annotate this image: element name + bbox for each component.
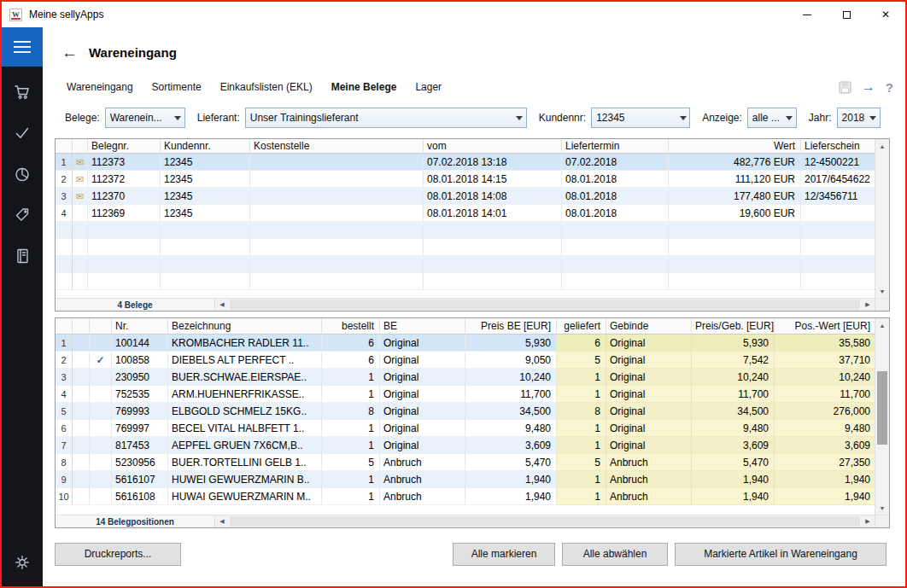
cell: 1 — [322, 369, 380, 386]
cell: 07.02.2018 13:18 — [424, 154, 562, 171]
scrollbar-thumb[interactable] — [230, 300, 860, 310]
sidebar-item-settings[interactable] — [2, 542, 43, 583]
column-header[interactable]: Lieferschein — [801, 139, 875, 154]
sidebar-item-reports[interactable] — [2, 154, 43, 195]
column-header[interactable]: BE — [380, 318, 465, 335]
mark-cell — [90, 369, 112, 386]
minimize-button[interactable] — [787, 2, 827, 27]
tab-sortimente[interactable]: Sortimente — [152, 81, 202, 93]
cell: 5 — [322, 454, 380, 471]
table-row[interactable]: 41123691234508.01.2018 14:0108.01.201819… — [56, 205, 875, 222]
table-row[interactable]: 85230956BUER.TORTELLINI GELB 1..5Anbruch… — [56, 454, 875, 471]
column-header[interactable]: Kundennr. — [161, 139, 250, 154]
cell: 27,350 — [775, 454, 875, 471]
cell — [669, 256, 801, 273]
scroll-right-icon[interactable]: ▶ — [861, 299, 875, 311]
column-header[interactable]: Nr. — [112, 318, 168, 335]
tab-lager[interactable]: Lager — [415, 81, 442, 93]
table-row[interactable]: 3230950BUER.SCHWAE.EIERSPAE..1Original10… — [56, 369, 875, 386]
close-button[interactable]: ✕ — [866, 2, 905, 27]
help-icon[interactable]: ? — [886, 81, 893, 94]
scroll-up-icon[interactable]: ▲ — [875, 139, 889, 153]
belege-horizontal-scrollbar[interactable]: ◀ ▶ — [214, 299, 875, 311]
sidebar-item-tasks[interactable] — [2, 113, 43, 154]
positionen-vertical-scrollbar[interactable]: ▲ ▼ — [875, 318, 889, 515]
cell: 2017/6454622 — [801, 171, 875, 188]
column-header[interactable]: Preis/Geb. [EUR] — [692, 318, 775, 335]
lieferant-dropdown[interactable]: Unser Trainingslieferant — [245, 108, 527, 128]
column-header[interactable]: Liefertermin — [562, 139, 669, 154]
sidebar-item-catalog[interactable] — [2, 236, 43, 277]
anzeige-dropdown[interactable]: alle ... — [747, 108, 797, 128]
sidebar-item-cart[interactable] — [2, 72, 43, 113]
mark-cell — [90, 386, 112, 403]
column-header[interactable] — [90, 318, 112, 335]
scrollbar-thumb[interactable] — [877, 371, 887, 445]
table-row[interactable]: 7817453AEPFEL GRUEN 7X6CM,B..1Original3,… — [56, 437, 875, 454]
column-header[interactable]: vom — [424, 139, 562, 154]
belege-dropdown[interactable]: Warenein... — [105, 108, 185, 128]
sidebar-item-promotions[interactable] — [2, 195, 43, 236]
cell — [161, 256, 250, 273]
row-number: 4 — [56, 386, 73, 403]
table-row[interactable]: 1100144KROMBACHER RADLER 11..6Original5,… — [56, 335, 875, 352]
cell — [669, 273, 801, 290]
belege-vertical-scrollbar[interactable]: ▲ ▼ — [875, 139, 889, 298]
column-header[interactable]: geliefert — [557, 318, 606, 335]
scroll-up-icon[interactable]: ▲ — [875, 318, 889, 332]
window-title: Meine sellyApps — [29, 9, 103, 20]
kundennr-dropdown[interactable]: 12345 — [591, 108, 690, 128]
column-header[interactable] — [73, 318, 90, 335]
belege-table: Belegnr.Kundennr.KostenstellevomLieferte… — [56, 139, 875, 298]
cell: 1 — [557, 437, 606, 454]
column-header[interactable] — [56, 139, 73, 154]
positionen-horizontal-scrollbar[interactable]: ◀ ▶ — [214, 515, 875, 527]
scrollbar-thumb[interactable] — [230, 516, 860, 527]
table-row[interactable]: 3✉1123701234508.01.2018 14:0808.01.20181… — [56, 188, 875, 205]
menu-button[interactable] — [2, 27, 43, 67]
row-number: 3 — [56, 188, 73, 205]
cell — [88, 256, 161, 273]
forward-icon[interactable]: → — [862, 80, 875, 94]
cell: Original — [606, 437, 692, 454]
alle-markieren-button[interactable]: Alle markieren — [453, 543, 555, 566]
table-row[interactable]: 6769997BECEL VITAL HALBFETT 1..1Original… — [56, 420, 875, 437]
maximize-button[interactable] — [827, 2, 866, 27]
table-row[interactable]: 2✓100858DIEBELS ALT PERFECT ..6Original9… — [56, 352, 875, 369]
scroll-right-icon[interactable]: ▶ — [861, 515, 875, 527]
scroll-left-icon[interactable]: ◀ — [215, 515, 229, 527]
cell: KROMBACHER RADLER 11.. — [168, 335, 322, 352]
column-header[interactable]: Pos.-Wert [EUR] — [775, 318, 875, 335]
table-row[interactable]: 2✉1123721234508.01.2018 14:1508.01.20181… — [56, 171, 875, 188]
back-button[interactable]: ← — [61, 44, 78, 61]
table-row[interactable]: 1✉1123731234507.02.2018 13:1807.02.20184… — [56, 154, 875, 171]
column-header[interactable]: Preis BE [EUR] — [465, 318, 557, 335]
table-row[interactable]: 5769993ELBGOLD SCHMELZ 15KG..8Original34… — [56, 403, 875, 420]
tab-meine-belege[interactable]: Meine Belege — [331, 81, 397, 93]
column-header[interactable] — [56, 318, 73, 335]
jahr-dropdown[interactable]: 2018 — [837, 108, 881, 128]
column-header[interactable]: Belegnr. — [88, 139, 161, 154]
cell: Original — [606, 369, 692, 386]
column-header[interactable]: Kostenstelle — [250, 139, 424, 154]
column-header[interactable]: Gebinde — [606, 318, 692, 335]
scroll-left-icon[interactable]: ◀ — [215, 299, 229, 311]
markierte-artikel-button[interactable]: Markierte Artikel in Wareneingang — [675, 543, 887, 566]
column-header[interactable]: Bezeichnung — [168, 318, 322, 335]
table-row[interactable]: 95616107HUWEI GEWUERZMARIN B..1Anbruch1,… — [56, 471, 875, 488]
cell: BUER.SCHWAE.EIERSPAE.. — [168, 369, 322, 386]
cell: Anbruch — [606, 488, 692, 505]
column-header[interactable]: Wert — [669, 139, 801, 154]
druckreports-button[interactable]: Druckreports... — [55, 543, 181, 566]
column-header[interactable]: bestellt — [322, 318, 380, 335]
scroll-down-icon[interactable]: ▼ — [875, 284, 889, 298]
cell: 5,930 — [465, 335, 557, 352]
scroll-down-icon[interactable]: ▼ — [875, 501, 889, 515]
alle-abwaehlen-button[interactable]: Alle abwählen — [562, 543, 668, 566]
column-header[interactable] — [73, 139, 88, 154]
table-row[interactable]: 105616108HUWAI GEWUERZMARIN M..1Anbruch1… — [56, 488, 875, 505]
save-icon[interactable] — [839, 81, 851, 94]
tab-einkaufslisten[interactable]: Einkaufslisten (EKL) — [220, 81, 313, 93]
table-row[interactable]: 4752535ARM.HUEHNERFRIKASSE..1Original11,… — [56, 386, 875, 403]
tab-wareneingang[interactable]: Wareneingang — [67, 81, 133, 93]
